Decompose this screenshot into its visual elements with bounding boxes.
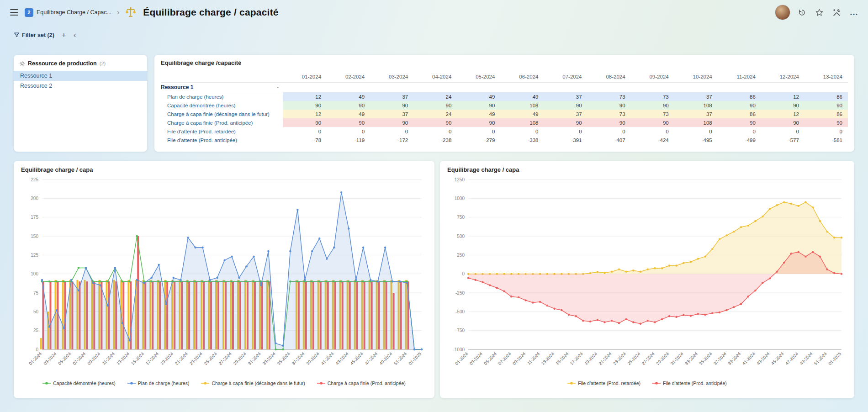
svg-text:27-2024: 27-2024	[217, 351, 232, 366]
svg-text:45-2024: 45-2024	[770, 351, 784, 366]
collapse-indicator[interactable]: -	[277, 84, 279, 90]
cell-value: 90	[761, 118, 804, 127]
table-row: File d'attente (Prod. retardée)000000000…	[161, 127, 848, 136]
cell-value: 86	[718, 92, 761, 101]
cell-value: 0	[804, 127, 848, 136]
add-filter-button[interactable]: +	[62, 31, 66, 39]
legend-marker	[652, 381, 661, 385]
table-column-header: 11-2024	[718, 74, 761, 79]
cell-value: 90	[370, 118, 413, 127]
scales-icon	[125, 6, 137, 18]
legend-item[interactable]: File d'attente (Prod. anticipée)	[652, 380, 727, 386]
table-column-header: 10-2024	[674, 74, 718, 79]
breadcrumb[interactable]: 2 Equilibrage Charge / Capac...	[25, 8, 111, 17]
cell-value: 86	[804, 92, 848, 101]
cell-value: 73	[631, 92, 674, 101]
cell-value: 90	[283, 101, 327, 110]
resource-item[interactable]: Ressource 1	[14, 71, 147, 81]
cell-value: 0	[457, 127, 500, 136]
star-icon[interactable]	[813, 6, 825, 18]
svg-text:45-2024: 45-2024	[349, 351, 364, 366]
more-icon[interactable]: …	[848, 6, 860, 18]
breadcrumb-badge: 2	[25, 8, 33, 17]
legend-item[interactable]: Charge à capa finie (décalage dans le fu…	[201, 380, 305, 386]
svg-text:41-2024: 41-2024	[741, 351, 756, 366]
cell-value: 49	[327, 92, 370, 101]
legend-marker	[42, 381, 51, 385]
funnel-icon	[14, 32, 20, 38]
cell-value: 86	[718, 110, 761, 118]
resource-list: Ressource 1Ressource 2	[14, 71, 147, 91]
table-row: Plan de charge (heures)12493724494937737…	[161, 92, 848, 101]
cell-value: 37	[544, 92, 587, 101]
legend-item[interactable]: Charge à capa finie (Prod. anticipée)	[317, 380, 406, 386]
row-label: Charge à capa finie (Prod. anticipée)	[161, 118, 283, 127]
legend-marker	[127, 381, 136, 385]
row-label: Capacité démontrée (heures)	[161, 101, 283, 110]
tools-icon[interactable]	[831, 6, 842, 18]
cell-value: 90	[631, 101, 674, 110]
svg-text:01-2024: 01-2024	[28, 351, 42, 366]
collapse-filterbar-button[interactable]: ‹	[74, 31, 76, 39]
cell-value: 49	[327, 110, 370, 118]
breadcrumb-separator-icon: ›	[117, 8, 119, 16]
legend-label: Charge à capa finie (décalage dans le fu…	[212, 380, 305, 386]
row-label: Charge à capa finie (décalage dans le fu…	[161, 110, 283, 118]
svg-text:25-2024: 25-2024	[203, 351, 218, 366]
avatar[interactable]	[775, 5, 790, 20]
table-column-header: 13-2024	[804, 74, 848, 79]
svg-text:43-2024: 43-2024	[334, 351, 349, 366]
svg-text:51-2024: 51-2024	[813, 351, 828, 366]
cell-value: 37	[544, 110, 587, 118]
svg-text:1250: 1250	[455, 177, 465, 182]
legend-marker	[317, 381, 325, 385]
chart-title: Equilibrage charge / capa	[447, 166, 847, 173]
resource-item[interactable]: Ressource 2	[14, 81, 147, 91]
table-column-header: 05-2024	[457, 74, 500, 79]
table-column-header: 12-2024	[761, 74, 804, 79]
svg-text:35-2024: 35-2024	[698, 351, 713, 366]
legend-item[interactable]: Capacité démontrée (heures)	[42, 380, 116, 386]
svg-text:75: 75	[33, 291, 39, 296]
svg-text:33-2024: 33-2024	[684, 351, 699, 366]
svg-text:51-2024: 51-2024	[393, 351, 408, 366]
cell-value: 90	[370, 101, 413, 110]
legend-item[interactable]: File d'attente (Prod. retardée)	[567, 380, 640, 386]
filter-set-chip[interactable]: Filter set (2)	[14, 32, 54, 38]
page-title: Équilibrage charge / capacité	[143, 7, 278, 18]
filter-set-label: Filter set (2)	[22, 32, 54, 38]
legend-marker	[567, 381, 576, 385]
svg-text:19-2024: 19-2024	[583, 351, 598, 366]
svg-text:31-2024: 31-2024	[669, 351, 684, 366]
cell-value: 49	[500, 92, 544, 101]
svg-text:11-2024: 11-2024	[101, 351, 116, 366]
cell-value: 0	[587, 127, 631, 136]
cell-value: 0	[413, 127, 457, 136]
cell-value: 90	[804, 101, 848, 110]
svg-text:07-2024: 07-2024	[497, 351, 512, 366]
svg-text:-250: -250	[455, 291, 465, 296]
cell-value: 24	[413, 92, 457, 101]
cell-value: -424	[631, 136, 674, 144]
table-column-headers: 01-202402-202403-202404-202405-202406-20…	[161, 67, 848, 83]
svg-text:05-2024: 05-2024	[483, 351, 498, 366]
cell-value: 0	[674, 127, 718, 136]
cell-value: -338	[500, 136, 544, 144]
cell-value: 49	[457, 92, 500, 101]
resource-panel: Ressource de production (2) Ressource 1R…	[14, 55, 147, 152]
legend-label: Plan de charge (heures)	[138, 380, 190, 386]
history-icon[interactable]	[796, 6, 808, 18]
gear-icon	[19, 61, 25, 67]
cell-value: 90	[327, 118, 370, 127]
svg-text:15-2024: 15-2024	[130, 351, 145, 366]
svg-text:750: 750	[457, 215, 465, 220]
table-group-row: Ressource 1 -	[161, 83, 848, 92]
legend-item[interactable]: Plan de charge (heures)	[127, 380, 190, 386]
svg-text:47-2024: 47-2024	[784, 351, 799, 366]
cell-value: 90	[761, 101, 804, 110]
cell-value: 0	[544, 127, 587, 136]
chart-canvas: -1000-750-500-25002505007501000125001-20…	[447, 174, 847, 379]
svg-text:21-2024: 21-2024	[598, 351, 612, 366]
table-column-header: 04-2024	[413, 74, 457, 79]
menu-icon[interactable]	[8, 6, 20, 18]
